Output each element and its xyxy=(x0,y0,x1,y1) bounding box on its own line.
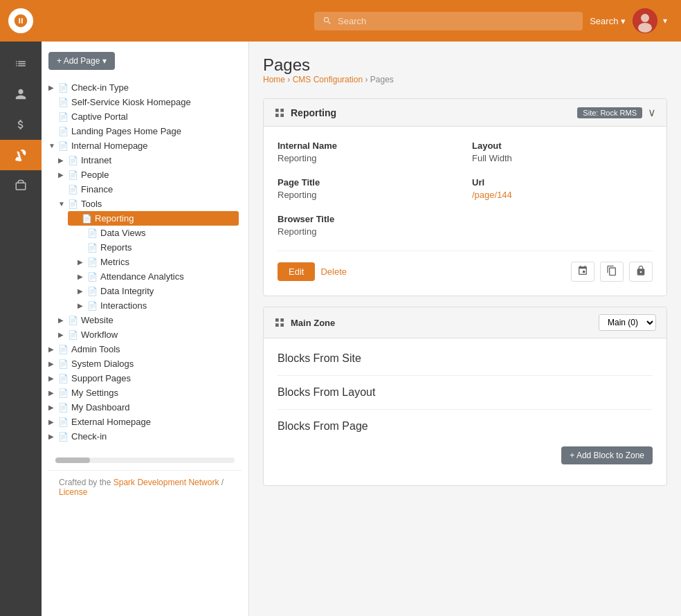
tree-item-data-views[interactable]: 📄 Data Views xyxy=(78,226,242,240)
breadcrumb-home[interactable]: Home xyxy=(263,75,285,84)
browser-title-value: Reporting xyxy=(278,226,653,237)
search-input[interactable] xyxy=(338,16,574,26)
toggle-icon: ▶ xyxy=(78,287,87,295)
license-link[interactable]: License xyxy=(59,487,87,497)
page-icon: 📄 xyxy=(68,199,78,209)
tree-item-workflow[interactable]: ▶ 📄 Workflow xyxy=(58,327,242,342)
tree-item-people[interactable]: ▶ 📄 People xyxy=(58,167,242,182)
grid-icon xyxy=(274,107,285,118)
tree-item-external-homepage[interactable]: ▶ 📄 External Homepage xyxy=(48,415,242,429)
copy-icon xyxy=(606,265,617,276)
nav-icon-wrench[interactable] xyxy=(0,140,42,170)
logo-area[interactable] xyxy=(0,0,42,42)
tree-item-internal-homepage[interactable]: ▼ 📄 Internal Homepage xyxy=(48,138,242,153)
tree-item-tools[interactable]: ▼ 📄 Tools xyxy=(58,197,242,211)
search-icon xyxy=(323,16,332,26)
layout-label: Layout xyxy=(472,141,653,151)
card-actions-left: Edit Delete xyxy=(278,262,347,281)
zone-select[interactable]: Main (0) xyxy=(599,314,656,331)
main-zone-title: Main Zone xyxy=(291,318,335,328)
tree-item-data-integrity[interactable]: ▶ 📄 Data Integrity xyxy=(78,284,242,298)
toggle-icon: ▼ xyxy=(48,142,58,150)
tree-item-checkin[interactable]: ▶ 📄 Check-in xyxy=(48,429,242,444)
scroll-track[interactable] xyxy=(55,458,235,463)
scroll-thumb xyxy=(55,458,90,463)
nav-icon-list[interactable] xyxy=(0,48,42,79)
tree-item-kiosk[interactable]: 📄 Self-Service Kiosk Homepage xyxy=(48,95,242,109)
tree-item-my-settings[interactable]: ▶ 📄 My Settings xyxy=(48,386,242,400)
tree-item-reports[interactable]: 📄 Reports xyxy=(78,240,242,255)
edit-button[interactable]: Edit xyxy=(278,262,315,281)
page-icon: 📄 xyxy=(58,359,69,369)
page-icon: 📄 xyxy=(87,301,98,311)
copy-icon-btn[interactable] xyxy=(600,262,624,282)
nav-icon-person[interactable] xyxy=(0,79,42,109)
search-dropdown-btn[interactable]: Search ▾ xyxy=(590,16,626,26)
tree-item-reporting[interactable]: 📄 Reporting xyxy=(68,211,239,226)
reporting-card-header: Reporting Site: Rock RMS ∨ xyxy=(264,99,666,127)
tree-item-admin-tools[interactable]: ▶ 📄 Admin Tools xyxy=(48,342,242,356)
page-icon: 📄 xyxy=(58,417,69,427)
page-icon: 📄 xyxy=(58,83,69,93)
spark-link[interactable]: Spark Development Network xyxy=(113,478,219,487)
sidebar-footer: Crafted by the Spark Development Network… xyxy=(48,470,242,504)
page-icon: 📄 xyxy=(68,170,78,180)
page-icon: 📄 xyxy=(58,141,69,151)
add-block-button[interactable]: + Add Block to Zone xyxy=(561,446,653,464)
tree-item-intranet[interactable]: ▶ 📄 Intranet xyxy=(58,153,242,167)
page-title-value: Reporting xyxy=(278,190,458,200)
reporting-children: 📄 Data Views 📄 Reports ▶ 📄 Metrics xyxy=(68,226,242,313)
internal-name-value: Reporting xyxy=(278,153,458,163)
url-field: Url /page/144 xyxy=(472,177,653,200)
collapse-button[interactable]: ∨ xyxy=(648,106,656,119)
page-title: Pages xyxy=(263,55,667,75)
browser-title-field: Browser Title Reporting xyxy=(278,214,653,237)
page-icon: 📄 xyxy=(58,98,69,107)
tree-item-website[interactable]: ▶ 📄 Website xyxy=(58,313,242,327)
breadcrumb-cms[interactable]: CMS Configuration xyxy=(293,75,363,84)
page-icon: 📄 xyxy=(87,272,98,282)
tree-item-attendance-analytics[interactable]: ▶ 📄 Attendance Analytics xyxy=(78,269,242,284)
content-area: + Add Page ▾ ▶ 📄 Check-in Type 📄 Self-Se… xyxy=(42,42,681,616)
toggle-icon: ▶ xyxy=(48,404,58,411)
page-icon: 📄 xyxy=(68,185,78,194)
toggle-icon: ▶ xyxy=(48,374,58,382)
toggle-icon: ▶ xyxy=(48,389,58,397)
delete-button[interactable]: Delete xyxy=(320,262,347,281)
tree-item-finance[interactable]: 📄 Finance xyxy=(58,182,242,197)
avatar[interactable] xyxy=(633,8,657,33)
tree-item-metrics[interactable]: ▶ 📄 Metrics xyxy=(78,255,242,269)
page-icon: 📄 xyxy=(87,287,98,296)
main-area: Search ▾ ▾ + Add Page ▾ ▶ 📄 Check-in Typ… xyxy=(42,0,681,616)
tree-item-checkin-type[interactable]: ▶ 📄 Check-in Type xyxy=(48,80,242,95)
reporting-card-title-area: Reporting xyxy=(274,107,336,118)
tree-item-landing[interactable]: 📄 Landing Pages Home Page xyxy=(48,124,242,138)
tree-item-captive[interactable]: 📄 Captive Portal xyxy=(48,109,242,124)
avatar-dropdown-icon[interactable]: ▾ xyxy=(663,16,667,26)
toggle-icon: ▶ xyxy=(58,171,68,179)
nav-icon-dollar[interactable] xyxy=(0,109,42,140)
nav-icon-briefcase[interactable] xyxy=(0,170,42,201)
tree-item-support-pages[interactable]: ▶ 📄 Support Pages xyxy=(48,371,242,386)
page-icon: 📄 xyxy=(58,403,69,413)
tree-item-interactions[interactable]: ▶ 📄 Interactions xyxy=(78,298,242,313)
tree-item-my-dashboard[interactable]: ▶ 📄 My Dashboard xyxy=(48,400,242,415)
toggle-icon: ▼ xyxy=(58,200,68,208)
url-value[interactable]: /page/144 xyxy=(472,190,512,200)
layout-value: Full Width xyxy=(472,153,653,163)
toggle-icon: ▶ xyxy=(58,316,68,324)
page-title-field: Page Title Reporting xyxy=(278,177,458,200)
page-title-label: Page Title xyxy=(278,177,458,188)
toggle-icon: ▶ xyxy=(58,331,68,338)
tree-item-system-dialogs[interactable]: ▶ 📄 System Dialogs xyxy=(48,356,242,371)
icon-sidebar xyxy=(0,0,42,616)
page-icon: 📄 xyxy=(82,214,92,224)
layout-field: Layout Full Width xyxy=(472,141,653,163)
page-header: Pages Home › CMS Configuration › Pages xyxy=(263,55,667,84)
child-pages-icon-btn[interactable] xyxy=(571,262,594,282)
lock-icon-btn[interactable] xyxy=(629,262,653,282)
add-page-button[interactable]: + Add Page ▾ xyxy=(48,52,115,70)
reporting-card-body: Internal Name Reporting Layout Full Widt… xyxy=(264,127,666,296)
url-label: Url xyxy=(472,177,653,188)
main-content: Pages Home › CMS Configuration › Pages xyxy=(249,42,681,616)
